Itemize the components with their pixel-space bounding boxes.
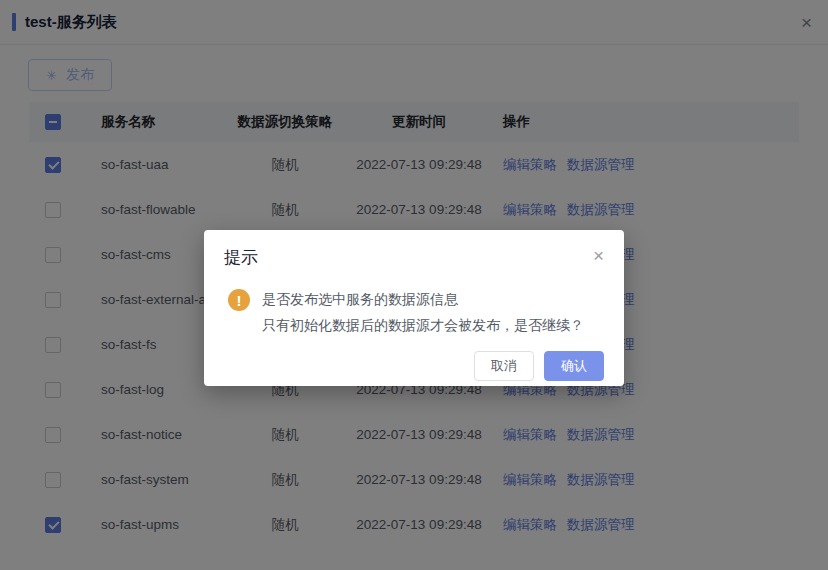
warning-icon: !: [228, 289, 250, 311]
confirm-dialog: 提示 × ! 是否发布选中服务的数据源信息 只有初始化数据后的数据源才会被发布，…: [204, 230, 624, 386]
cancel-button[interactable]: 取消: [474, 351, 534, 381]
service-list-panel: test-服务列表 × ✳ 发布 服务名称 数据源切换策略 更新时间 操作 so…: [0, 0, 828, 570]
dialog-message-line1: 是否发布选中服务的数据源信息: [262, 286, 584, 312]
confirm-button[interactable]: 确认: [544, 351, 604, 381]
dialog-message: 是否发布选中服务的数据源信息 只有初始化数据后的数据源才会被发布，是否继续？: [262, 286, 584, 338]
dialog-body: ! 是否发布选中服务的数据源信息 只有初始化数据后的数据源才会被发布，是否继续？: [224, 286, 604, 338]
dialog-footer: 取消 确认: [224, 351, 604, 381]
dialog-title: 提示: [224, 246, 258, 269]
dialog-message-line2: 只有初始化数据后的数据源才会被发布，是否继续？: [262, 312, 584, 338]
dialog-header: 提示 ×: [224, 246, 604, 269]
dialog-close-icon[interactable]: ×: [593, 246, 604, 265]
